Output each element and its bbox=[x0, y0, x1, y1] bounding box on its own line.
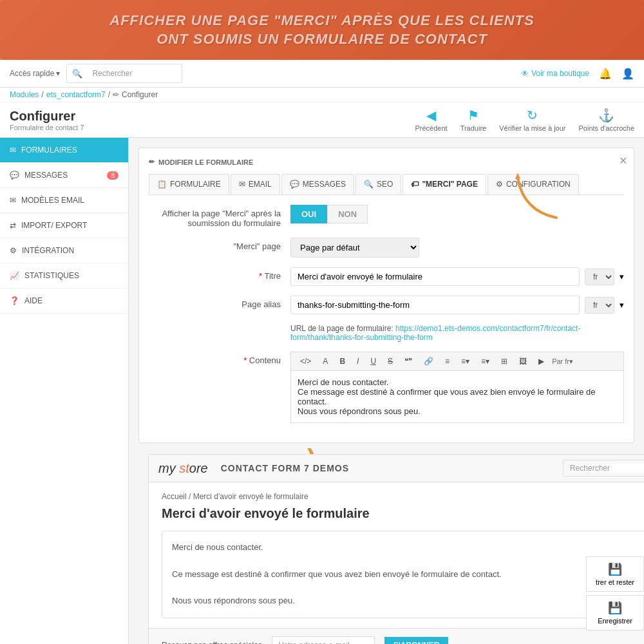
contenu-row: Contenu </> A B I U S ❝❞ 🔗 ≡ ≡▾ ≡▾ bbox=[149, 352, 624, 423]
page-subtitle: Formulaire de contact 7 bbox=[10, 124, 84, 131]
toolbar-quote[interactable]: ❝❞ bbox=[401, 355, 416, 367]
content-area: ✏ MODIFIER LE FORMULAIRE ✕ 📋 FORMULAIRE … bbox=[129, 138, 644, 644]
banner-text: AFFICHER UNE PAGE "MERCI" APRÈS QUE LES … bbox=[13, 12, 631, 48]
alias-lang-select[interactable]: fr bbox=[585, 297, 614, 314]
previous-icon: ◀ bbox=[415, 108, 447, 123]
alias-lang-icon: ▾ bbox=[620, 300, 624, 310]
titre-lang-select[interactable]: fr bbox=[585, 269, 614, 285]
tab-formulaire[interactable]: 📋 FORMULAIRE bbox=[149, 174, 229, 194]
eye-icon: 👁 bbox=[521, 69, 529, 78]
merci-page-label: "Merci" page bbox=[149, 238, 290, 251]
contenu-label: Contenu bbox=[149, 352, 290, 365]
subscribe-button[interactable]: S'ABONNER bbox=[384, 637, 449, 644]
tab-messages[interactable]: 💬 MESSAGES bbox=[281, 174, 354, 194]
titre-label: Titre bbox=[149, 267, 290, 281]
toolbar-code[interactable]: </> bbox=[296, 355, 315, 367]
breadcrumb-module[interactable]: ets_contactform7 bbox=[46, 90, 106, 99]
email-icon: ✉ bbox=[10, 196, 16, 205]
form-icon: ✉ bbox=[10, 146, 16, 155]
notification-icon[interactable]: 🔔 bbox=[599, 68, 612, 80]
store-name: CONTACT FORM 7 DEMOS bbox=[221, 463, 349, 473]
tab-merci[interactable]: 🏷 "MERCI" PAGE bbox=[402, 174, 486, 194]
user-icon[interactable]: 👤 bbox=[621, 68, 634, 80]
tabs: 📋 FORMULAIRE ✉ EMAIL 💬 MESSAGES 🔍 SEO 🏷 bbox=[149, 174, 624, 195]
action-hooks[interactable]: ⚓ Points d'accroche bbox=[579, 108, 634, 132]
action-translate[interactable]: ⚑ Traduire bbox=[460, 108, 487, 132]
import-icon: ⇄ bbox=[10, 221, 16, 230]
preview-body: Accueil / Merci d'avoir envoyé le formul… bbox=[149, 482, 644, 628]
tab-formulaire-icon: 📋 bbox=[157, 180, 167, 189]
toolbar-lang: Par fr▾ bbox=[552, 357, 573, 366]
toolbar-text[interactable]: A bbox=[319, 355, 332, 367]
tab-config-icon: ⚙ bbox=[496, 180, 503, 189]
show-merci-label: Afficher la page "Merci" après la soumis… bbox=[149, 205, 290, 228]
sidebar-item-import[interactable]: ⇄ IMPORT/ EXPORT bbox=[0, 213, 128, 238]
panel-title: ✏ MODIFIER LE FORMULAIRE bbox=[149, 158, 624, 166]
tab-messages-icon: 💬 bbox=[290, 180, 299, 189]
preview-header: my store CONTACT FORM 7 DEMOS 🔍 bbox=[149, 455, 644, 482]
breadcrumb-icon: ✏ bbox=[113, 90, 119, 99]
main-layout: ✉ FORMULAIRES 💬 MESSAGES 8 ✉ MODÈLES EMA… bbox=[0, 138, 644, 644]
panel-close[interactable]: ✕ bbox=[619, 155, 627, 167]
search-icon: 🔍 bbox=[72, 69, 82, 79]
sidebar-item-modeles[interactable]: ✉ MODÈLES EMAIL bbox=[0, 188, 128, 213]
banner: AFFICHER UNE PAGE "MERCI" APRÈS QUE LES … bbox=[0, 0, 644, 60]
tab-configuration[interactable]: ⚙ CONFIGURATION bbox=[488, 174, 579, 194]
preview-panel: my store CONTACT FORM 7 DEMOS 🔍 Accueil … bbox=[148, 454, 644, 644]
sidebar-item-formulaires[interactable]: ✉ FORMULAIRES bbox=[0, 138, 128, 163]
messages-icon: 💬 bbox=[10, 171, 19, 180]
save-buttons: 💾 trer et rester 💾 Enregistrer bbox=[586, 556, 644, 630]
titre-input[interactable] bbox=[290, 267, 580, 286]
save-and-stay-button[interactable]: 💾 trer et rester bbox=[586, 556, 644, 592]
anchor-icon: ⚓ bbox=[579, 108, 634, 123]
save-stay-icon: 💾 bbox=[608, 562, 622, 576]
merci-page-select[interactable]: Page par défaut bbox=[290, 238, 419, 258]
tab-seo[interactable]: 🔍 SEO bbox=[355, 174, 401, 194]
save-button[interactable]: 💾 Enregistrer bbox=[586, 595, 644, 630]
action-previous[interactable]: ◀ Précédent bbox=[415, 108, 447, 132]
action-update[interactable]: ↻ Vérifier la mise à jour bbox=[499, 108, 565, 132]
toolbar-image[interactable]: 🖼 bbox=[515, 355, 531, 367]
toolbar-bold[interactable]: B bbox=[336, 355, 349, 367]
sidebar-item-integration[interactable]: ⚙ INTÉGRATION bbox=[0, 238, 128, 263]
alias-input[interactable] bbox=[290, 296, 580, 314]
toolbar-align[interactable]: ≡ bbox=[441, 355, 453, 367]
toggle-group: OUI NON bbox=[290, 205, 368, 223]
tab-email[interactable]: ✉ EMAIL bbox=[231, 174, 280, 194]
quick-access[interactable]: Accès rapide ▾ bbox=[10, 69, 60, 78]
toolbar-strike[interactable]: S bbox=[384, 355, 397, 367]
toolbar-italic[interactable]: I bbox=[353, 355, 363, 367]
toolbar-media[interactable]: ▶ bbox=[535, 355, 548, 367]
preview-search-input[interactable] bbox=[570, 464, 644, 473]
page-header: Configurer Formulaire de contact 7 ◀ Pré… bbox=[0, 102, 644, 138]
editor-content[interactable]: Merci de nous contacter. Ce message est … bbox=[290, 370, 624, 423]
subscribe-email-input[interactable] bbox=[272, 636, 375, 644]
boutique-link[interactable]: 👁 Voir ma boutique bbox=[521, 69, 589, 78]
sidebar-item-aide[interactable]: ❓ AIDE bbox=[0, 289, 128, 314]
sidebar: ✉ FORMULAIRES 💬 MESSAGES 8 ✉ MODÈLES EMA… bbox=[0, 138, 129, 644]
breadcrumb-modules[interactable]: Modules bbox=[10, 90, 39, 99]
translate-icon: ⚑ bbox=[460, 108, 487, 123]
preview-title: Merci d'avoir envoyé le formulaire bbox=[162, 506, 644, 521]
sidebar-item-messages[interactable]: 💬 MESSAGES 8 bbox=[0, 163, 128, 188]
tab-seo-icon: 🔍 bbox=[364, 180, 374, 189]
toolbar-table[interactable]: ⊞ bbox=[497, 355, 511, 367]
editor-toolbar: </> A B I U S ❝❞ 🔗 ≡ ≡▾ ≡▾ ⊞ 🖼 ▶ bbox=[290, 352, 624, 370]
stats-icon: 📈 bbox=[10, 271, 19, 280]
save-icon: 💾 bbox=[608, 601, 622, 615]
toggle-non[interactable]: NON bbox=[327, 205, 368, 223]
toolbar-link[interactable]: 🔗 bbox=[420, 355, 437, 367]
preview-search-wrap: 🔍 bbox=[563, 460, 644, 477]
toolbar-list2[interactable]: ≡▾ bbox=[477, 355, 493, 367]
search-input[interactable] bbox=[86, 66, 176, 80]
toggle-oui[interactable]: OUI bbox=[290, 205, 327, 223]
alias-row: Page alias fr ▾ bbox=[149, 296, 624, 314]
sidebar-item-stats[interactable]: 📈 STATISTIQUES bbox=[0, 263, 128, 289]
toolbar-underline[interactable]: U bbox=[366, 355, 380, 367]
help-icon: ❓ bbox=[10, 296, 19, 305]
update-icon: ↻ bbox=[499, 108, 565, 123]
edit-icon: ✏ bbox=[149, 158, 155, 166]
toolbar-list1[interactable]: ≡▾ bbox=[457, 355, 473, 367]
preview-breadcrumb: Accueil / Merci d'avoir envoyé le formul… bbox=[162, 492, 644, 501]
breadcrumb-configurer: Configurer bbox=[122, 90, 158, 99]
